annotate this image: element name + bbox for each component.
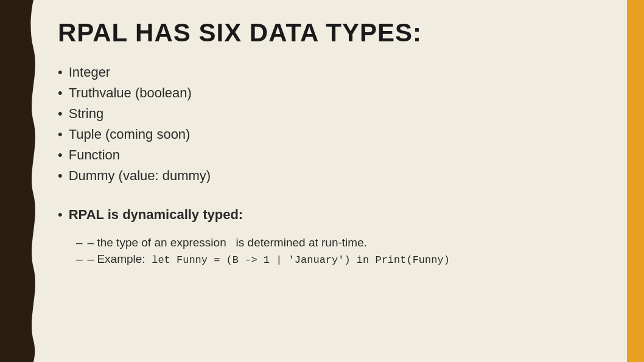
list-item-function: Function <box>58 147 614 163</box>
data-types-list: Integer Truthvalue (boolean) String Tupl… <box>58 64 614 189</box>
list-item-integer: Integer <box>58 64 614 80</box>
sub-item-example: – Example: let Funny = (B -> 1 | 'Januar… <box>76 252 614 266</box>
dynamic-label: RPAL is dynamically typed: <box>69 207 243 223</box>
slide-title: RPAL HAS SIX DATA TYPES: <box>58 18 614 47</box>
example-code: let Funny = (B -> 1 | 'January') in Prin… <box>152 254 450 266</box>
dynamic-bullet-list: RPAL is dynamically typed: <box>58 207 614 223</box>
sub-item-description-text: – the type of an expression is determine… <box>88 236 367 249</box>
slide: RPAL HAS SIX DATA TYPES: Integer Truthva… <box>0 0 644 362</box>
sub-item-example-text: – Example: let Funny = (B -> 1 | 'Januar… <box>88 252 450 266</box>
content-area: RPAL HAS SIX DATA TYPES: Integer Truthva… <box>46 0 644 362</box>
list-item-dummy: Dummy (value: dummy) <box>58 168 614 184</box>
dynamic-sub-list: – the type of an expression is determine… <box>76 236 614 266</box>
dynamic-typing-section: RPAL is dynamically typed: – the type of… <box>58 207 614 269</box>
right-accent-bar <box>627 0 644 362</box>
left-sidebar <box>0 0 46 362</box>
sub-item-description: – the type of an expression is determine… <box>76 236 614 249</box>
list-item-tuple: Tuple (coming soon) <box>58 127 614 142</box>
list-item-dynamic: RPAL is dynamically typed: <box>58 207 614 223</box>
list-item-string: String <box>58 106 614 122</box>
list-item-truthvalue: Truthvalue (boolean) <box>58 85 614 101</box>
